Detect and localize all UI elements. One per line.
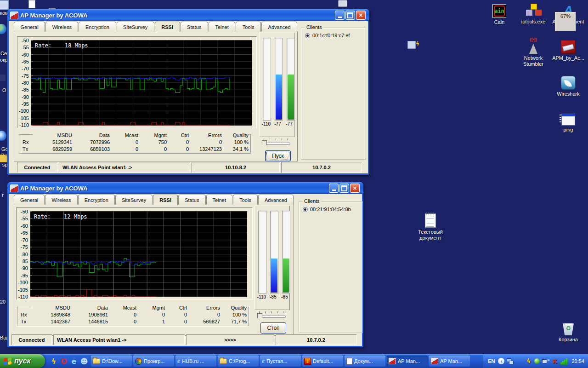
client-radio-row[interactable]: 00:1c:f0:19:c7:ef	[305, 33, 350, 38]
desktop-icon-recycle-bin[interactable]: Корзина	[552, 320, 584, 343]
task-label: D:\Dow...	[102, 358, 123, 364]
desktop-icon-label: APM_by_Ac...	[552, 55, 584, 61]
meter-track	[263, 38, 271, 121]
titlebar[interactable]: AP Manager by ACOWA ×	[7, 182, 363, 194]
y-axis-tick-label: -75	[22, 73, 29, 79]
tray-chevron-icon[interactable]: ‹	[498, 358, 504, 364]
desktop-icon-wireshark[interactable]: Wireshark	[552, 75, 584, 97]
task-button[interactable]: D:\Dow...	[91, 356, 132, 367]
tab-telnet[interactable]: Telnet	[209, 22, 235, 32]
netstumbler-icon	[526, 38, 541, 54]
tab-encryption[interactable]: Encryption	[79, 22, 116, 32]
desktop-icon-label: ping	[564, 127, 573, 133]
radio-selected-icon[interactable]	[303, 207, 308, 212]
y-axis-tick-label: -85	[22, 87, 29, 92]
stats-header-ctrl: Ctrl	[168, 132, 190, 138]
stats-header-mcast: Mcast	[111, 132, 139, 138]
task-button[interactable]: eHUB.ru ...	[175, 356, 216, 367]
stats-value: 7072996	[73, 139, 111, 145]
tray-icons: ‹ϟK	[498, 358, 568, 365]
tab-tools[interactable]: Tools	[233, 195, 258, 205]
tray-kasp-icon[interactable]: K	[551, 358, 558, 365]
tray-bolt-icon[interactable]: ϟ	[525, 358, 532, 365]
stats-value: 6829259	[33, 146, 73, 152]
tab-wireless[interactable]: Wireless	[45, 195, 77, 205]
desktop-icon-iptools[interactable]: iptools.exe	[517, 2, 549, 25]
globe2-icon-fragment	[0, 131, 6, 141]
maximize-button[interactable]	[339, 184, 349, 193]
minimize-button[interactable]	[329, 184, 339, 193]
tab-sitesurvey[interactable]: SiteSurvey	[117, 22, 154, 32]
stats-row-label: Rx	[17, 312, 31, 317]
quicklaunch-messenger-icon[interactable]: ☻	[80, 357, 88, 365]
maximize-button[interactable]	[345, 11, 355, 20]
desktop-icon-network-stumbler[interactable]: Network Stumbler	[517, 39, 549, 67]
y-axis-tick-label: -70	[21, 237, 28, 243]
meter-track	[275, 38, 283, 121]
titlebar[interactable]: AP Manager by ACOWA ×	[7, 9, 369, 21]
signal-meter-panel: -110-77-77	[259, 33, 294, 137]
tab-rssi[interactable]: RSSI	[155, 22, 180, 32]
desktop-icon-ping[interactable]: ping	[552, 110, 584, 133]
slider-handle[interactable]	[257, 313, 262, 320]
radio-selected-icon[interactable]	[305, 33, 310, 38]
tab-wireless[interactable]: Wireless	[45, 22, 78, 32]
task-button[interactable]: AP Man...	[429, 356, 470, 367]
task-button[interactable]: ⇓Default...	[302, 356, 343, 367]
window-title: AP Manager by ACOWA	[20, 12, 88, 19]
client-radio-row[interactable]: 00:21:91:84:54:8b	[303, 207, 351, 212]
task-button[interactable]: Докум...	[345, 356, 385, 367]
task-label: HUB.ru ...	[182, 358, 204, 364]
tab-advanced[interactable]: Advanced	[261, 22, 297, 32]
statusbar-cell: WLAN Access Point wlan1 ->	[53, 334, 185, 345]
start-button-taskbar[interactable]: пуск	[0, 354, 45, 368]
tab-status[interactable]: Status	[181, 22, 208, 32]
stats-header-quality: Quality	[223, 132, 249, 138]
minimize-button[interactable]	[335, 11, 345, 20]
task-button[interactable]: AP Man...	[387, 356, 428, 367]
tab-sitesurvey[interactable]: SiteSurvey	[115, 195, 153, 205]
tab-general[interactable]: General	[14, 22, 45, 32]
task-button[interactable]: eПустая...	[260, 356, 301, 367]
tab-advanced[interactable]: Advanced	[258, 195, 294, 205]
update-interval-slider[interactable]	[261, 138, 291, 147]
y-axis-tick-label: -105	[19, 115, 29, 121]
tab-status[interactable]: Status	[178, 195, 205, 205]
meter-fill	[276, 75, 282, 120]
meter-track	[287, 38, 295, 121]
quicklaunch-opera-icon[interactable]: O	[60, 357, 68, 365]
statusbar-cell: Connected	[11, 334, 52, 345]
language-indicator[interactable]: EN	[488, 358, 495, 364]
desktop-icon-apm-by-acowa[interactable]: APM_by_Ac...	[552, 39, 584, 61]
desktop-icon-label: Cain	[494, 19, 505, 25]
tab-rssi[interactable]: RSSI	[153, 195, 178, 205]
tray-wifi-icon[interactable]	[542, 358, 549, 365]
close-button[interactable]: ×	[350, 184, 360, 193]
tab-general[interactable]: General	[14, 195, 45, 205]
slider-handle[interactable]	[262, 140, 267, 147]
quicklaunch-internet-explorer-icon[interactable]: e	[70, 357, 78, 365]
tab-tools[interactable]: Tools	[236, 22, 261, 32]
start-button[interactable]: Пуск	[265, 150, 291, 161]
client-mac-label: 00:1c:f0:19:c7:ef	[312, 33, 350, 38]
task-button[interactable]: Проигр...	[133, 356, 174, 367]
tab-encryption[interactable]: Encryption	[78, 195, 115, 205]
tray-flashget-icon[interactable]	[516, 358, 523, 365]
update-interval-slider[interactable]	[256, 311, 287, 320]
quicklaunch-lightning-icon[interactable]: ϟ	[50, 357, 58, 365]
close-button[interactable]: ×	[356, 11, 366, 20]
task-button[interactable]: C:\Prog...	[218, 356, 259, 367]
tray-net-icon[interactable]	[507, 358, 514, 365]
apmgr-icon	[431, 358, 438, 364]
taskbar: пуск ϟOe☻ D:\Dow...Проигр...eHUB.ru ...C…	[0, 354, 588, 368]
desktop-icon-label: Корзина	[559, 337, 578, 343]
ap-manager-window-top: AP Manager by ACOWA × GeneralWirelessEnc…	[7, 9, 369, 175]
tray-icq-icon[interactable]	[534, 358, 540, 364]
desktop-icon-text-document[interactable]: Текстовый документ	[414, 213, 447, 241]
desktop-icon-label: iptools.exe	[521, 19, 546, 25]
tab-telnet[interactable]: Telnet	[206, 195, 233, 205]
stop-button[interactable]: Стоп	[260, 322, 286, 334]
desktop-icon-cain[interactable]: Cain	[483, 3, 515, 25]
y-axis-tick-label: -95	[21, 273, 28, 278]
tray-signal-icon[interactable]	[560, 358, 568, 365]
